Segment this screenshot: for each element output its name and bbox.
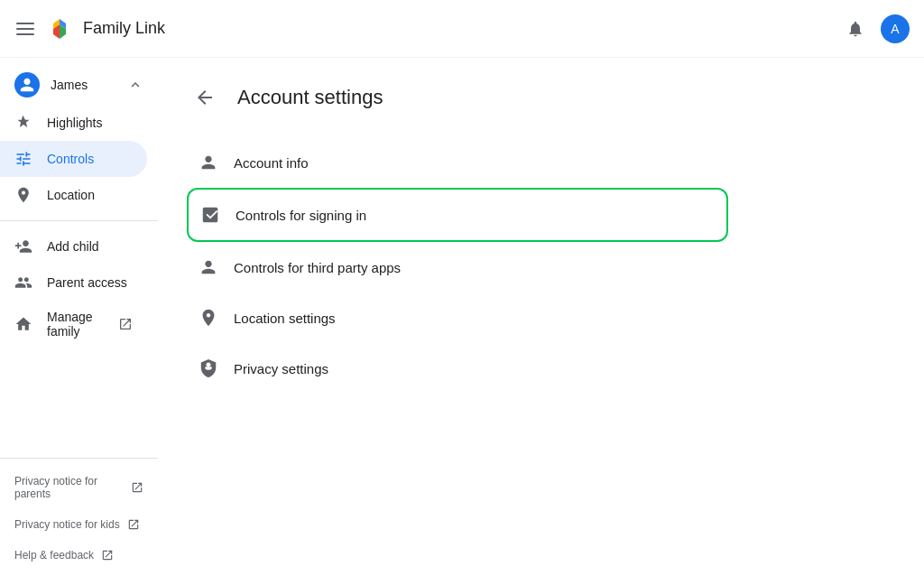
chevron-up-icon: [127, 77, 143, 93]
location-settings-label: Location settings: [234, 311, 336, 326]
settings-item-privacy-settings[interactable]: Privacy settings: [187, 343, 728, 394]
settings-list: Account info Controls for signing in: [187, 137, 728, 394]
highlights-label: Highlights: [47, 116, 102, 130]
sidebar-privacy-parents[interactable]: Privacy notice for parents: [0, 466, 158, 509]
back-button[interactable]: [187, 79, 223, 116]
manage-family-external-icon: [118, 317, 133, 331]
family-link-logo-icon: [47, 16, 72, 42]
sidebar-user-item[interactable]: James: [0, 65, 158, 105]
controls-signing-in-label: Controls for signing in: [236, 208, 366, 223]
sidebar-item-location[interactable]: Location: [0, 177, 147, 213]
sidebar-item-controls[interactable]: Controls: [0, 141, 147, 177]
menu-icon[interactable]: [14, 18, 36, 40]
controls-icon: [14, 150, 32, 168]
parent-access-icon: [14, 274, 32, 292]
sidebar-item-manage-family[interactable]: Manage family: [0, 301, 147, 348]
add-child-label: Add child: [47, 239, 99, 254]
privacy-settings-label: Privacy settings: [234, 361, 328, 376]
privacy-kids-label: Privacy notice for kids: [14, 518, 120, 531]
user-avatar[interactable]: A: [881, 14, 910, 43]
sidebar-item-add-child[interactable]: Add child: [0, 228, 147, 265]
third-party-apps-icon: [198, 256, 219, 278]
main-content: Account settings Account info C: [158, 58, 924, 585]
location-label: Location: [47, 188, 95, 202]
page-title: Account settings: [237, 86, 383, 109]
account-info-label: Account info: [234, 155, 309, 171]
sidebar-privacy-kids[interactable]: Privacy notice for kids: [0, 509, 158, 540]
sidebar: James Highlights: [0, 58, 158, 585]
privacy-kids-external-icon: [127, 518, 140, 531]
sidebar-user-name: James: [51, 78, 88, 92]
parent-access-label: Parent access: [47, 275, 127, 290]
manage-family-icon: [14, 315, 32, 333]
sidebar-help-feedback[interactable]: Help & feedback: [0, 540, 158, 571]
privacy-parents-external-icon: [131, 481, 143, 494]
settings-item-location-settings[interactable]: Location settings: [187, 292, 728, 343]
sidebar-item-parent-access[interactable]: Parent access: [0, 265, 147, 301]
app-title: Family Link: [83, 19, 165, 38]
account-info-icon: [198, 152, 219, 173]
settings-item-controls-signing-in[interactable]: Controls for signing in: [187, 188, 728, 242]
sidebar-section: James Highlights: [0, 65, 158, 450]
topbar-left: Family Link: [14, 16, 837, 42]
settings-item-account-info[interactable]: Account info: [187, 137, 728, 188]
sidebar-item-highlights[interactable]: Highlights: [0, 105, 147, 141]
privacy-settings-icon: [198, 358, 219, 379]
notifications-icon[interactable]: [837, 11, 873, 47]
help-feedback-external-icon: [101, 549, 114, 562]
location-settings-icon: [198, 307, 219, 329]
sidebar-footer: Privacy notice for parents Privacy notic…: [0, 450, 158, 578]
topbar-right: A: [837, 11, 910, 47]
highlights-icon: [14, 114, 32, 132]
page-header: Account settings: [187, 79, 895, 116]
privacy-parents-label: Privacy notice for parents: [14, 475, 124, 500]
user-item-left: James: [14, 72, 88, 98]
sidebar-divider-2: [0, 458, 158, 459]
controls-signing-in-icon: [199, 204, 221, 226]
add-child-icon: [14, 237, 32, 255]
help-feedback-label: Help & feedback: [14, 549, 94, 562]
sidebar-divider-1: [0, 220, 158, 221]
layout: James Highlights: [0, 58, 924, 585]
manage-family-label: Manage family: [47, 310, 104, 339]
third-party-apps-label: Controls for third party apps: [234, 260, 401, 275]
sidebar-user-avatar: [14, 72, 40, 98]
controls-label: Controls: [47, 152, 94, 166]
topbar: Family Link A: [0, 0, 924, 58]
location-icon: [14, 186, 32, 204]
settings-item-third-party-apps[interactable]: Controls for third party apps: [187, 242, 728, 292]
